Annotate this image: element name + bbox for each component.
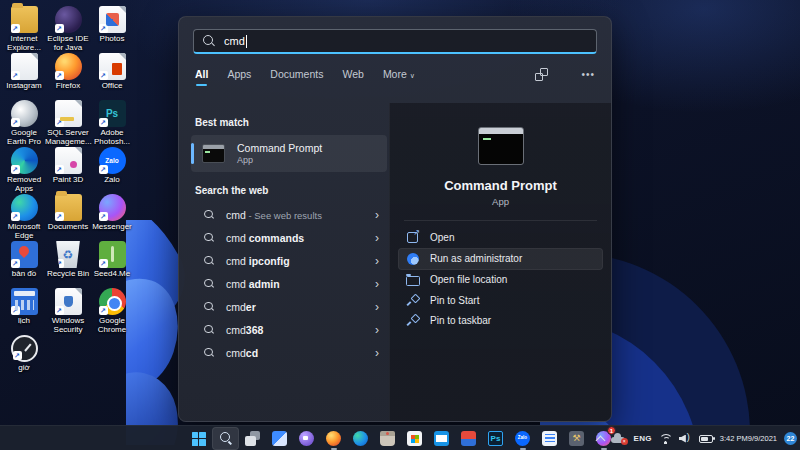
taskbar-tools-icon[interactable]: ⚒ [563,427,590,450]
desktop-icon-ban-do[interactable]: ↗ bản đồ [2,241,46,288]
desktop-icon-firefox[interactable]: ↗ Firefox [46,53,90,100]
desktop-icon-sql-server[interactable]: ↗ SQL Server Manageme... [46,100,90,147]
action-pin-taskbar[interactable]: Pin to taskbar [398,311,603,332]
taskbar-store-icon[interactable] [401,427,428,450]
taskbar-notes-icon[interactable] [536,427,563,450]
desktop-icon-label: Recycle Bin [47,270,89,279]
lich-icon: ↗ [11,288,38,315]
internet-explorer-icon: ↗ [11,6,38,33]
taskbar-basket-icon[interactable] [374,427,401,450]
desktop-icon-windows-security[interactable]: ↗ Windows Security [46,288,90,335]
taskbar-icon-row: PsZalo⚒1 [185,426,617,450]
desktop-icon-label: giờ [18,364,29,373]
volume-icon[interactable] [679,434,692,444]
desktop-icon-seed4me[interactable]: ↗ Seed4.Me [90,241,134,288]
action-run-admin[interactable]: Run as administrator [398,248,603,270]
taskbar-firefox-icon[interactable] [320,427,347,450]
ban-do-icon: ↗ [11,241,38,268]
desktop-icon-lich[interactable]: ↗ lịch [2,288,46,335]
desktop-icon-gio[interactable]: ↗ giờ [2,335,46,382]
results-column: Best match Command Prompt App Search the… [179,103,389,421]
desktop-icon-label: Messenger [92,223,132,232]
web-suggestion-row[interactable]: cmdcd › [191,341,387,364]
taskbar-widgets-icon[interactable] [266,427,293,450]
web-suggestion-row[interactable]: cmd commands › [191,226,387,249]
language-indicator[interactable]: ENG [634,434,652,443]
taskbar-chat-icon[interactable] [293,427,320,450]
taskbar-mail-icon[interactable] [428,427,455,450]
desktop-icon-label: Internet Explore... [2,35,46,53]
firefox-icon: ↗ [55,53,82,80]
shortcut-arrow-icon: ↗ [55,165,64,174]
tab-all[interactable]: All [195,68,208,80]
onedrive-icon[interactable]: × [611,433,627,444]
tab-apps[interactable]: Apps [227,68,251,80]
web-suggestion-row[interactable]: cmd - See web results › [191,203,387,226]
photos-icon: ↗ [99,6,126,33]
desktop-icon-messenger[interactable]: ↗ Messenger [90,194,134,241]
web-suggestion-row[interactable]: cmd ipconfig › [191,249,387,272]
more-options-icon[interactable]: ••• [581,69,595,80]
paint-3d-icon: ↗ [55,147,82,174]
shortcut-arrow-icon: ↗ [11,212,20,221]
shortcut-arrow-icon: ↗ [55,212,64,221]
desktop-icon-zalo[interactable]: ↗ Zalo [90,147,134,194]
wifi-icon[interactable] [659,434,672,444]
chevron-right-icon: › [375,209,379,221]
clock[interactable]: 3:42 PM 9/9/2021 [720,434,777,443]
web-suggestion-row[interactable]: cmd368 › [191,318,387,341]
best-match-title: Command Prompt [237,142,322,154]
desktop-icon-adobe-photoshop[interactable]: ↗ Adobe Photosh... [90,100,134,147]
desktop-icon-instagram[interactable]: ↗ Instagram [2,53,46,100]
action-file-location[interactable]: Open file location [398,270,603,291]
desktop-icon-eclipse-ide[interactable]: ↗ Eclipse IDE for Java an... [46,6,90,53]
desktop-icon-label: Adobe Photosh... [90,129,134,147]
adobe-photoshop-icon: ↗ [99,100,126,127]
web-suggestion-row[interactable]: cmd admin › [191,272,387,295]
tab-more[interactable]: More∨ [383,68,415,80]
shortcut-arrow-icon: ↗ [11,259,20,268]
desktop-icon-google-earth-pro[interactable]: ↗ Google Earth Pro [2,100,46,147]
web-suggestion-row[interactable]: cmder › [191,295,387,318]
chevron-right-icon: › [375,347,379,359]
shortcut-arrow-icon: ↗ [99,259,108,268]
desktop-icon-documents[interactable]: ↗ Documents [46,194,90,241]
search-web-header: Search the web [195,185,389,196]
desktop-icon-microsoft-edge[interactable]: ↗ Microsoft Edge [2,194,46,241]
shortcut-arrow-icon: ↗ [55,71,64,80]
action-open[interactable]: Open [398,227,603,248]
taskbar-task-view-icon[interactable] [239,427,266,450]
taskbar-search-icon[interactable] [212,427,239,450]
run-admin-icon [407,253,419,265]
shortcut-arrow-icon: ↗ [55,24,64,33]
tab-web[interactable]: Web [342,68,363,80]
taskbar-zalo-icon[interactable]: Zalo [509,427,536,450]
desktop-icon-removed-apps[interactable]: ↗ Removed Apps [2,147,46,194]
taskbar-people-icon[interactable] [455,427,482,450]
account-options-icon[interactable] [535,68,548,81]
hidden-icons-chevron-icon[interactable] [595,435,605,445]
battery-icon[interactable] [699,435,713,443]
taskbar-start-icon[interactable] [185,427,212,450]
desktop-icon-label: Photos [100,35,125,44]
search-icon [204,325,214,335]
desktop-icon-internet-explorer[interactable]: ↗ Internet Explore... [2,6,46,53]
desktop-icon-label: Microsoft Edge [2,223,46,241]
search-query-text: cmd [224,35,245,47]
desktop-icon-photos[interactable]: ↗ Photos [90,6,134,53]
action-pin-start[interactable]: Pin to Start [398,290,603,311]
office-icon: ↗ [99,53,126,80]
search-input[interactable]: cmd [193,29,597,54]
tab-documents[interactable]: Documents [270,68,323,80]
tray-date: 9/9/2021 [748,434,777,443]
notification-count-badge[interactable]: 22 [784,432,797,445]
shortcut-arrow-icon: ↗ [99,24,108,33]
best-match-result[interactable]: Command Prompt App [191,135,387,172]
desktop-icon-paint-3d[interactable]: ↗ Paint 3D [46,147,90,194]
taskbar-edge-icon[interactable] [347,427,374,450]
desktop-icon-google-chrome[interactable]: ↗ Google Chrome [90,288,134,335]
taskbar-photoshop-icon[interactable]: Ps [482,427,509,450]
desktop-icon-recycle-bin[interactable]: ↗ Recycle Bin [46,241,90,288]
desktop-icon-label: SQL Server Manageme... [45,129,91,147]
desktop-icon-office[interactable]: ↗ Office [90,53,134,100]
